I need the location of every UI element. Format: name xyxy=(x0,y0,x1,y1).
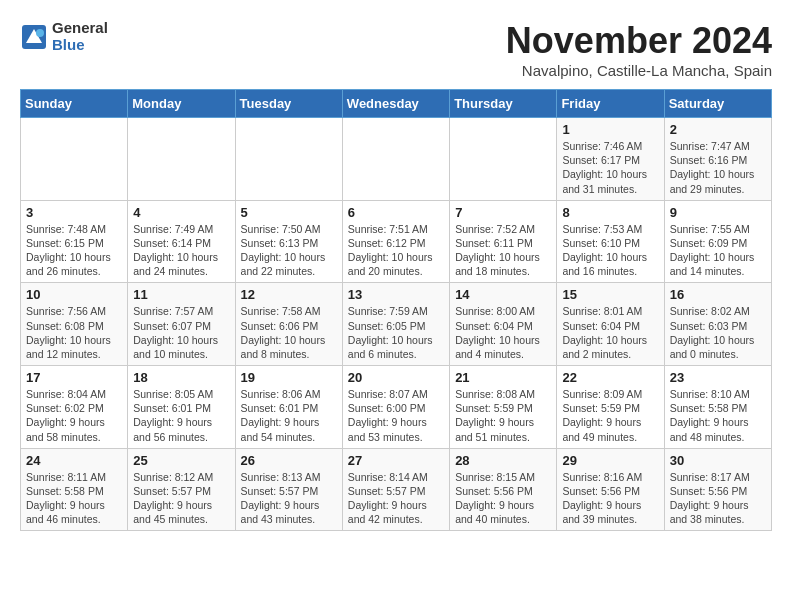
day-info: Sunrise: 8:06 AM Sunset: 6:01 PM Dayligh… xyxy=(241,387,337,444)
day-number: 2 xyxy=(670,122,766,137)
day-number: 15 xyxy=(562,287,658,302)
svg-point-2 xyxy=(36,29,44,37)
day-info: Sunrise: 8:14 AM Sunset: 5:57 PM Dayligh… xyxy=(348,470,444,527)
day-info: Sunrise: 8:15 AM Sunset: 5:56 PM Dayligh… xyxy=(455,470,551,527)
calendar-cell: 21Sunrise: 8:08 AM Sunset: 5:59 PM Dayli… xyxy=(450,366,557,449)
day-number: 12 xyxy=(241,287,337,302)
day-number: 23 xyxy=(670,370,766,385)
day-info: Sunrise: 7:47 AM Sunset: 6:16 PM Dayligh… xyxy=(670,139,766,196)
day-number: 14 xyxy=(455,287,551,302)
day-number: 13 xyxy=(348,287,444,302)
day-number: 25 xyxy=(133,453,229,468)
day-number: 19 xyxy=(241,370,337,385)
calendar-cell: 24Sunrise: 8:11 AM Sunset: 5:58 PM Dayli… xyxy=(21,448,128,531)
day-info: Sunrise: 7:58 AM Sunset: 6:06 PM Dayligh… xyxy=(241,304,337,361)
day-number: 27 xyxy=(348,453,444,468)
day-info: Sunrise: 8:09 AM Sunset: 5:59 PM Dayligh… xyxy=(562,387,658,444)
day-info: Sunrise: 8:07 AM Sunset: 6:00 PM Dayligh… xyxy=(348,387,444,444)
header-cell: Tuesday xyxy=(235,90,342,118)
calendar-cell: 6Sunrise: 7:51 AM Sunset: 6:12 PM Daylig… xyxy=(342,200,449,283)
day-number: 30 xyxy=(670,453,766,468)
calendar-cell: 20Sunrise: 8:07 AM Sunset: 6:00 PM Dayli… xyxy=(342,366,449,449)
day-info: Sunrise: 8:01 AM Sunset: 6:04 PM Dayligh… xyxy=(562,304,658,361)
page-header: General Blue November 2024 Navalpino, Ca… xyxy=(20,20,772,79)
day-info: Sunrise: 8:00 AM Sunset: 6:04 PM Dayligh… xyxy=(455,304,551,361)
day-number: 26 xyxy=(241,453,337,468)
calendar-cell: 2Sunrise: 7:47 AM Sunset: 6:16 PM Daylig… xyxy=(664,118,771,201)
calendar-cell: 12Sunrise: 7:58 AM Sunset: 6:06 PM Dayli… xyxy=(235,283,342,366)
calendar-cell: 9Sunrise: 7:55 AM Sunset: 6:09 PM Daylig… xyxy=(664,200,771,283)
day-info: Sunrise: 7:59 AM Sunset: 6:05 PM Dayligh… xyxy=(348,304,444,361)
header-cell: Saturday xyxy=(664,90,771,118)
calendar-cell: 4Sunrise: 7:49 AM Sunset: 6:14 PM Daylig… xyxy=(128,200,235,283)
day-number: 4 xyxy=(133,205,229,220)
day-info: Sunrise: 7:56 AM Sunset: 6:08 PM Dayligh… xyxy=(26,304,122,361)
day-info: Sunrise: 7:53 AM Sunset: 6:10 PM Dayligh… xyxy=(562,222,658,279)
logo: General Blue xyxy=(20,20,108,53)
day-number: 21 xyxy=(455,370,551,385)
calendar-cell: 1Sunrise: 7:46 AM Sunset: 6:17 PM Daylig… xyxy=(557,118,664,201)
calendar-cell: 26Sunrise: 8:13 AM Sunset: 5:57 PM Dayli… xyxy=(235,448,342,531)
day-info: Sunrise: 7:49 AM Sunset: 6:14 PM Dayligh… xyxy=(133,222,229,279)
calendar-cell: 14Sunrise: 8:00 AM Sunset: 6:04 PM Dayli… xyxy=(450,283,557,366)
day-info: Sunrise: 7:52 AM Sunset: 6:11 PM Dayligh… xyxy=(455,222,551,279)
day-info: Sunrise: 8:13 AM Sunset: 5:57 PM Dayligh… xyxy=(241,470,337,527)
day-number: 7 xyxy=(455,205,551,220)
calendar-cell: 17Sunrise: 8:04 AM Sunset: 6:02 PM Dayli… xyxy=(21,366,128,449)
day-number: 20 xyxy=(348,370,444,385)
day-number: 8 xyxy=(562,205,658,220)
logo-blue: Blue xyxy=(52,37,108,54)
header-cell: Wednesday xyxy=(342,90,449,118)
day-number: 3 xyxy=(26,205,122,220)
day-number: 18 xyxy=(133,370,229,385)
day-info: Sunrise: 8:11 AM Sunset: 5:58 PM Dayligh… xyxy=(26,470,122,527)
calendar-cell: 13Sunrise: 7:59 AM Sunset: 6:05 PM Dayli… xyxy=(342,283,449,366)
calendar-cell xyxy=(450,118,557,201)
header-cell: Friday xyxy=(557,90,664,118)
day-number: 6 xyxy=(348,205,444,220)
calendar-week-row: 1Sunrise: 7:46 AM Sunset: 6:17 PM Daylig… xyxy=(21,118,772,201)
calendar-cell: 28Sunrise: 8:15 AM Sunset: 5:56 PM Dayli… xyxy=(450,448,557,531)
title-area: November 2024 Navalpino, Castille-La Man… xyxy=(506,20,772,79)
calendar-cell: 3Sunrise: 7:48 AM Sunset: 6:15 PM Daylig… xyxy=(21,200,128,283)
calendar-cell: 10Sunrise: 7:56 AM Sunset: 6:08 PM Dayli… xyxy=(21,283,128,366)
header-row: SundayMondayTuesdayWednesdayThursdayFrid… xyxy=(21,90,772,118)
calendar-cell: 5Sunrise: 7:50 AM Sunset: 6:13 PM Daylig… xyxy=(235,200,342,283)
location-title: Navalpino, Castille-La Mancha, Spain xyxy=(506,62,772,79)
calendar-week-row: 3Sunrise: 7:48 AM Sunset: 6:15 PM Daylig… xyxy=(21,200,772,283)
day-info: Sunrise: 8:10 AM Sunset: 5:58 PM Dayligh… xyxy=(670,387,766,444)
calendar-cell: 18Sunrise: 8:05 AM Sunset: 6:01 PM Dayli… xyxy=(128,366,235,449)
day-info: Sunrise: 8:16 AM Sunset: 5:56 PM Dayligh… xyxy=(562,470,658,527)
logo-icon xyxy=(20,23,48,51)
calendar-cell: 30Sunrise: 8:17 AM Sunset: 5:56 PM Dayli… xyxy=(664,448,771,531)
calendar-cell: 25Sunrise: 8:12 AM Sunset: 5:57 PM Dayli… xyxy=(128,448,235,531)
month-title: November 2024 xyxy=(506,20,772,62)
day-number: 24 xyxy=(26,453,122,468)
calendar-week-row: 17Sunrise: 8:04 AM Sunset: 6:02 PM Dayli… xyxy=(21,366,772,449)
header-cell: Sunday xyxy=(21,90,128,118)
day-number: 5 xyxy=(241,205,337,220)
calendar-cell: 27Sunrise: 8:14 AM Sunset: 5:57 PM Dayli… xyxy=(342,448,449,531)
day-info: Sunrise: 7:55 AM Sunset: 6:09 PM Dayligh… xyxy=(670,222,766,279)
calendar-cell xyxy=(128,118,235,201)
calendar-cell: 23Sunrise: 8:10 AM Sunset: 5:58 PM Dayli… xyxy=(664,366,771,449)
logo-general: General xyxy=(52,20,108,37)
calendar-cell: 29Sunrise: 8:16 AM Sunset: 5:56 PM Dayli… xyxy=(557,448,664,531)
calendar-cell xyxy=(235,118,342,201)
day-info: Sunrise: 8:05 AM Sunset: 6:01 PM Dayligh… xyxy=(133,387,229,444)
calendar-cell xyxy=(21,118,128,201)
day-info: Sunrise: 8:17 AM Sunset: 5:56 PM Dayligh… xyxy=(670,470,766,527)
calendar-cell: 7Sunrise: 7:52 AM Sunset: 6:11 PM Daylig… xyxy=(450,200,557,283)
day-info: Sunrise: 8:02 AM Sunset: 6:03 PM Dayligh… xyxy=(670,304,766,361)
calendar-cell: 11Sunrise: 7:57 AM Sunset: 6:07 PM Dayli… xyxy=(128,283,235,366)
calendar-week-row: 24Sunrise: 8:11 AM Sunset: 5:58 PM Dayli… xyxy=(21,448,772,531)
calendar-week-row: 10Sunrise: 7:56 AM Sunset: 6:08 PM Dayli… xyxy=(21,283,772,366)
day-number: 9 xyxy=(670,205,766,220)
day-number: 16 xyxy=(670,287,766,302)
day-info: Sunrise: 8:08 AM Sunset: 5:59 PM Dayligh… xyxy=(455,387,551,444)
day-info: Sunrise: 7:48 AM Sunset: 6:15 PM Dayligh… xyxy=(26,222,122,279)
day-number: 1 xyxy=(562,122,658,137)
logo-text: General Blue xyxy=(52,20,108,53)
calendar-cell: 16Sunrise: 8:02 AM Sunset: 6:03 PM Dayli… xyxy=(664,283,771,366)
day-number: 17 xyxy=(26,370,122,385)
